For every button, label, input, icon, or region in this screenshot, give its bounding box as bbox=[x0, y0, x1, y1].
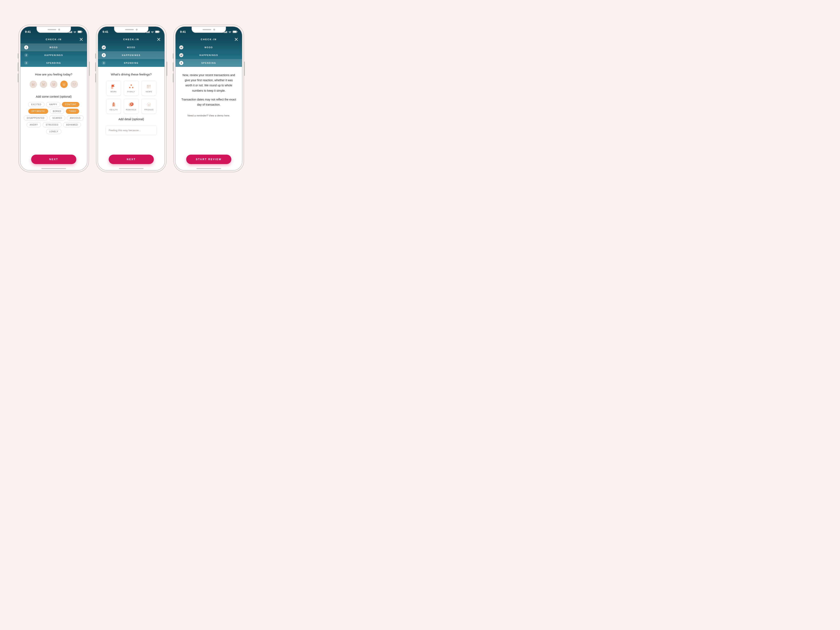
chip-excited[interactable]: EXCITED bbox=[28, 102, 44, 107]
step-happenings[interactable]: 2HAPPENINGS bbox=[98, 51, 164, 59]
svg-point-11 bbox=[53, 84, 53, 84]
chip-disappointed[interactable]: DISAPPOINTED bbox=[24, 115, 47, 121]
category-news[interactable]: NEWS bbox=[142, 81, 156, 96]
category-label: FRIENDS bbox=[144, 109, 153, 111]
step-done-badge bbox=[179, 45, 183, 49]
svg-point-48 bbox=[147, 103, 148, 104]
svg-point-12 bbox=[54, 84, 55, 84]
check-icon bbox=[180, 54, 183, 57]
close-button[interactable] bbox=[157, 37, 161, 41]
home-indicator bbox=[119, 168, 144, 169]
svg-point-41 bbox=[149, 103, 149, 103]
next-button[interactable]: NEXT bbox=[109, 155, 154, 164]
step-mood[interactable]: 1MOOD bbox=[21, 43, 87, 51]
chip-tired[interactable]: TIRED bbox=[66, 109, 79, 114]
home-indicator bbox=[196, 168, 221, 169]
face-happy-icon bbox=[62, 82, 66, 87]
face-neutral[interactable] bbox=[50, 81, 57, 88]
face-sad-icon bbox=[41, 82, 46, 87]
step-label: SPENDING bbox=[28, 62, 87, 64]
detail-input[interactable]: Feeling this way because... bbox=[106, 126, 157, 135]
screen-title-bar: CHECK-IN bbox=[21, 35, 87, 43]
category-label: WORK bbox=[111, 91, 117, 93]
step-spending[interactable]: 3SPENDING bbox=[21, 59, 87, 67]
svg-rect-50 bbox=[225, 32, 226, 33]
svg-rect-17 bbox=[147, 32, 148, 33]
chip-optimistic[interactable]: OPTIMISTIC bbox=[28, 109, 48, 114]
step-mood[interactable]: MOOD bbox=[175, 43, 242, 51]
category-romance[interactable]: ROMANCE bbox=[124, 99, 139, 114]
category-health[interactable]: HEALTH bbox=[106, 99, 121, 114]
friends-icon bbox=[146, 102, 152, 107]
step-mood[interactable]: MOOD bbox=[98, 43, 164, 51]
chip-scared[interactable]: SCARED bbox=[49, 115, 65, 121]
step-index: 2 bbox=[24, 53, 28, 57]
step-happenings[interactable]: 2HAPPENINGS bbox=[21, 51, 87, 59]
close-button[interactable] bbox=[79, 37, 83, 41]
stepper: 1MOOD 2HAPPENINGS 3SPENDING bbox=[21, 43, 87, 67]
status-icons bbox=[69, 30, 82, 33]
spending-intro-2: Transaction dates may not reflect the ex… bbox=[178, 97, 239, 107]
face-happy[interactable] bbox=[60, 81, 68, 88]
close-button[interactable] bbox=[234, 37, 238, 41]
detail-subhead: Add detail (optional) bbox=[101, 117, 162, 121]
next-button[interactable]: NEXT bbox=[31, 155, 76, 164]
chip-ashamed[interactable]: ASHAMED bbox=[63, 122, 81, 127]
step-spending[interactable]: 3SPENDING bbox=[175, 59, 242, 67]
chip-stressed[interactable]: STRESSED bbox=[43, 122, 62, 127]
context-chip-group: EXCITED HAPPY CONTENT OPTIMISTIC BORED T… bbox=[24, 102, 84, 134]
step-happenings[interactable]: HAPPENINGS bbox=[175, 51, 242, 59]
svg-point-7 bbox=[32, 84, 33, 84]
demo-hint-link[interactable]: Need a reminder? View a demo here. bbox=[178, 114, 239, 117]
step-index: 3 bbox=[179, 61, 183, 65]
family-icon bbox=[128, 84, 134, 89]
chip-happy[interactable]: HAPPY bbox=[46, 102, 60, 107]
device-notch bbox=[191, 27, 226, 33]
svg-point-15 bbox=[65, 84, 65, 84]
chip-bored[interactable]: BORED bbox=[50, 109, 65, 114]
phone-mood: 9:41 CHECK-IN 1MOOD bbox=[19, 25, 89, 172]
svg-rect-18 bbox=[148, 32, 149, 33]
chip-lonely[interactable]: LONELY bbox=[46, 129, 62, 134]
face-sad[interactable] bbox=[40, 81, 47, 88]
step-index: 3 bbox=[24, 61, 28, 65]
svg-point-44 bbox=[150, 106, 150, 106]
svg-point-10 bbox=[44, 84, 45, 84]
step-spending[interactable]: 3SPENDING bbox=[98, 59, 164, 67]
face-very-sad[interactable] bbox=[30, 81, 37, 88]
close-icon bbox=[157, 37, 161, 41]
wifi-icon bbox=[228, 31, 232, 33]
health-icon bbox=[111, 102, 117, 107]
svg-rect-22 bbox=[159, 32, 160, 32]
svg-rect-51 bbox=[226, 32, 226, 33]
category-family[interactable]: FAMILY bbox=[124, 81, 139, 96]
start-review-button[interactable]: START REVIEW bbox=[186, 155, 231, 164]
chip-anxious[interactable]: ANXIOUS bbox=[67, 115, 84, 121]
face-neutral-icon bbox=[52, 82, 56, 87]
face-very-happy[interactable] bbox=[71, 81, 78, 88]
svg-point-29 bbox=[129, 87, 130, 88]
svg-point-9 bbox=[43, 84, 43, 84]
step-label: HAPPENINGS bbox=[183, 54, 242, 57]
phone-spending: 9:41 CHECK-IN MOOD bbox=[174, 25, 244, 172]
chip-content[interactable]: CONTENT bbox=[62, 102, 79, 107]
step-index: 3 bbox=[102, 61, 106, 65]
category-work[interactable]: WORK bbox=[106, 81, 121, 96]
svg-point-27 bbox=[131, 85, 132, 85]
face-very-sad-icon bbox=[31, 82, 35, 87]
context-subhead: Add some context (optional) bbox=[24, 95, 84, 98]
step-index: 1 bbox=[24, 45, 28, 49]
chip-angry[interactable]: ANGRY bbox=[27, 122, 41, 127]
svg-rect-21 bbox=[155, 31, 159, 33]
check-icon bbox=[180, 46, 183, 49]
screen-title: CHECK-IN bbox=[123, 38, 139, 41]
close-icon bbox=[234, 37, 238, 41]
svg-rect-5 bbox=[78, 31, 81, 33]
screen-body: Now, review your recent transactions and… bbox=[175, 67, 242, 170]
step-label: MOOD bbox=[183, 46, 242, 49]
svg-rect-25 bbox=[114, 85, 115, 86]
news-icon bbox=[146, 84, 152, 89]
category-friends[interactable]: FRIENDS bbox=[142, 99, 156, 114]
status-icons bbox=[224, 30, 237, 33]
screen-body: How are you feeling today? Add some cont… bbox=[21, 67, 87, 170]
